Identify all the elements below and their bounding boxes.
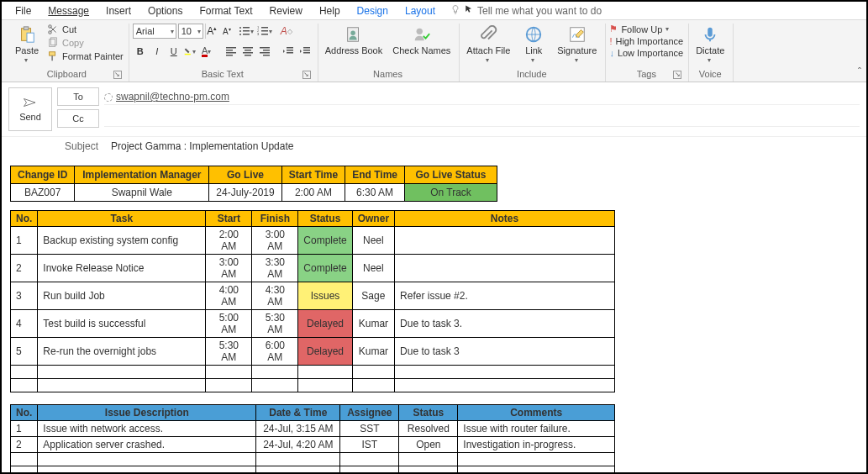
issue-row-empty bbox=[11, 453, 615, 466]
font-name-dropdown[interactable]: Arial▾ bbox=[133, 24, 176, 39]
task-row: 5Re-run the overnight jobs5:30 AM6:00 AM… bbox=[11, 338, 615, 366]
subject-label: Subject bbox=[57, 140, 101, 152]
align-left-button[interactable] bbox=[224, 44, 239, 59]
low-importance-button[interactable]: ↓Low Importance bbox=[609, 48, 683, 58]
svg-point-41 bbox=[350, 30, 355, 35]
attach-file-button[interactable]: Attach File▾ bbox=[463, 24, 513, 67]
font-color-button[interactable]: A▾ bbox=[200, 44, 215, 59]
svg-rect-18 bbox=[261, 30, 268, 32]
to-value: swapnil@techno-pm.com bbox=[116, 91, 229, 103]
bullets-button[interactable]: ▾ bbox=[239, 24, 255, 39]
group-tags: ⚑Follow Up▾ !High Importance ↓Low Import… bbox=[606, 24, 689, 82]
tell-me-label: Tell me what you want to do bbox=[477, 5, 602, 17]
send-button[interactable]: Send bbox=[8, 87, 52, 131]
chevron-down-icon: ▾ bbox=[531, 55, 536, 66]
follow-up-label: Follow Up bbox=[621, 24, 662, 34]
arrow-down-icon: ↓ bbox=[609, 48, 614, 58]
group-clipboard: Paste ▾ Cut Copy Format Painter Clipboar… bbox=[7, 24, 129, 82]
menu-message[interactable]: Message bbox=[39, 3, 97, 18]
subject-row: Subject Project Gamma : Implementation U… bbox=[2, 137, 866, 159]
menu-layout[interactable]: Layout bbox=[397, 3, 444, 18]
task-row: 4Test build is successful5:00 AM5:30 AMD… bbox=[11, 310, 615, 338]
grow-font-button[interactable]: A▴ bbox=[205, 24, 218, 39]
include-group-label: Include bbox=[517, 69, 546, 79]
cursor-icon bbox=[464, 4, 474, 17]
th-status: Go Live Status bbox=[404, 166, 497, 184]
underline-button[interactable]: U bbox=[166, 44, 181, 59]
chevron-down-icon: ▾ bbox=[192, 48, 197, 55]
group-names: Address Book Check Names Names bbox=[318, 24, 460, 82]
menu-insert[interactable]: Insert bbox=[97, 3, 139, 18]
collapse-ribbon-button[interactable]: ˆ bbox=[858, 66, 861, 78]
svg-rect-34 bbox=[287, 47, 293, 49]
names-group-label: Names bbox=[373, 69, 402, 79]
svg-rect-29 bbox=[245, 55, 251, 56]
align-right-icon bbox=[259, 45, 271, 57]
format-painter-label: Format Painter bbox=[62, 51, 124, 61]
bold-button[interactable]: B bbox=[133, 44, 148, 59]
menu-design[interactable]: Design bbox=[349, 3, 397, 18]
svg-rect-35 bbox=[287, 50, 293, 51]
increase-indent-button[interactable] bbox=[297, 44, 313, 59]
signature-button[interactable]: Signature▾ bbox=[554, 24, 600, 67]
check-names-button[interactable]: Check Names bbox=[389, 24, 454, 57]
copy-button[interactable]: Copy bbox=[47, 37, 124, 49]
issues-table: No. Issue Description Date & Time Assign… bbox=[10, 404, 615, 474]
summary-end: 6:30 AM bbox=[345, 184, 405, 202]
numbering-button[interactable]: 123▾ bbox=[257, 24, 274, 39]
svg-rect-24 bbox=[226, 52, 236, 54]
address-book-button[interactable]: Address Book bbox=[322, 24, 386, 57]
dialog-launcher-icon[interactable]: ↘ bbox=[113, 71, 122, 79]
email-body[interactable]: Change ID Implementation Manager Go Live… bbox=[2, 159, 866, 474]
menu-format-text[interactable]: Format Text bbox=[191, 3, 260, 18]
link-button[interactable]: Link▾ bbox=[517, 24, 550, 67]
italic-button[interactable]: I bbox=[150, 44, 165, 59]
microphone-icon bbox=[701, 25, 719, 44]
chevron-down-icon: ▾ bbox=[665, 25, 671, 33]
font-size-dropdown[interactable]: 10▾ bbox=[178, 24, 203, 39]
th-finish: Finish bbox=[252, 211, 298, 227]
to-field[interactable]: swapnil@techno-pm.com bbox=[104, 89, 860, 105]
align-center-button[interactable] bbox=[240, 44, 255, 59]
compose-header: Send To Cc swapnil@techno-pm.com bbox=[2, 82, 866, 137]
font-size-value: 10 bbox=[181, 26, 192, 36]
subject-field[interactable]: Project Gamma : Implementation Update bbox=[111, 140, 293, 152]
chevron-down-icon: ▾ bbox=[197, 28, 203, 35]
svg-rect-16 bbox=[261, 27, 268, 29]
highlight-button[interactable]: ▾ bbox=[183, 44, 198, 59]
high-importance-button[interactable]: !High Importance bbox=[609, 36, 683, 46]
tell-me-search[interactable]: Tell me what you want to do bbox=[450, 4, 602, 17]
tags-group-label: Tags bbox=[637, 69, 656, 79]
menu-help[interactable]: Help bbox=[311, 3, 349, 18]
chevron-down-icon: ▾ bbox=[24, 55, 29, 66]
clear-formatting-button[interactable]: A◇ bbox=[279, 24, 294, 39]
menu-review[interactable]: Review bbox=[261, 3, 311, 18]
cc-button[interactable]: Cc bbox=[57, 109, 99, 128]
summary-go-live: 24-July-2019 bbox=[209, 184, 281, 202]
paste-button[interactable]: Paste ▾ bbox=[10, 24, 44, 67]
svg-rect-21 bbox=[184, 54, 190, 55]
decrease-indent-button[interactable] bbox=[281, 44, 296, 59]
dictate-button[interactable]: Dictate▾ bbox=[692, 24, 728, 67]
summary-manager: Swapnil Wale bbox=[75, 184, 209, 202]
copy-label: Copy bbox=[62, 38, 84, 48]
cut-button[interactable]: Cut bbox=[47, 24, 124, 35]
svg-rect-32 bbox=[260, 52, 270, 54]
basic-text-group-label: Basic Text bbox=[202, 69, 244, 79]
link-icon bbox=[524, 25, 543, 44]
th-task-status: Status bbox=[298, 211, 352, 227]
to-button[interactable]: To bbox=[57, 87, 99, 106]
svg-rect-12 bbox=[243, 30, 250, 32]
format-painter-button[interactable]: Format Painter bbox=[47, 50, 124, 62]
shrink-font-button[interactable]: A▾ bbox=[220, 24, 234, 39]
dialog-launcher-icon[interactable]: ↘ bbox=[302, 71, 311, 79]
align-right-button[interactable] bbox=[257, 44, 272, 59]
menu-file[interactable]: File bbox=[7, 3, 39, 18]
dialog-launcher-icon[interactable]: ↘ bbox=[673, 71, 681, 79]
menu-options[interactable]: Options bbox=[139, 3, 191, 18]
dictate-label: Dictate bbox=[696, 45, 724, 55]
summary-row: BAZ007 Swapnil Wale 24-July-2019 2:00 AM… bbox=[11, 184, 497, 202]
cc-field[interactable] bbox=[104, 110, 860, 127]
follow-up-button[interactable]: ⚑Follow Up▾ bbox=[609, 24, 683, 34]
svg-point-13 bbox=[239, 34, 241, 35]
